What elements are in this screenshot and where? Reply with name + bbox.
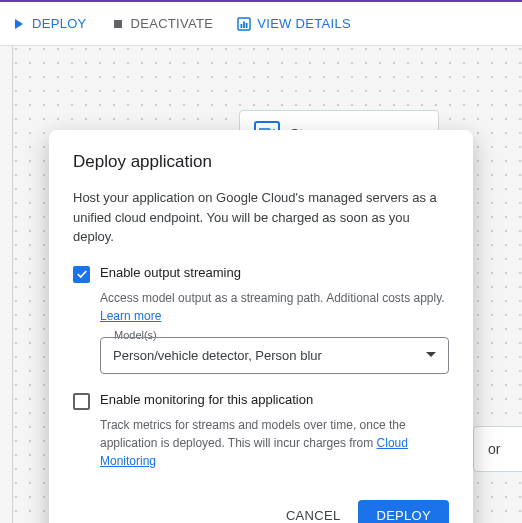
output-streaming-label: Enable output streaming — [100, 265, 241, 280]
models-field: Model(s) Person/vehicle detector, Person… — [100, 337, 449, 374]
modal-backdrop: Deploy application Host your application… — [0, 0, 522, 523]
monitoring-subtext: Track metrics for streams and models ove… — [100, 416, 449, 470]
models-select[interactable]: Person/vehicle detector, Person blur — [100, 337, 449, 374]
output-streaming-checkbox[interactable] — [73, 266, 90, 283]
output-streaming-option: Enable output streaming — [73, 265, 449, 283]
dialog-actions: CANCEL DEPLOY — [73, 500, 449, 524]
monitoring-sub-a: Track metrics for streams and models ove… — [100, 418, 406, 450]
learn-more-link[interactable]: Learn more — [100, 309, 161, 323]
output-streaming-sub-a: Access model output as a streaming path.… — [100, 291, 445, 305]
cancel-button[interactable]: CANCEL — [286, 508, 341, 523]
output-streaming-subtext: Access model output as a streaming path.… — [100, 289, 449, 325]
chevron-down-icon — [426, 352, 436, 357]
dialog-description: Host your application on Google Cloud's … — [73, 188, 449, 247]
monitoring-checkbox[interactable] — [73, 393, 90, 410]
monitoring-option: Enable monitoring for this application — [73, 392, 449, 410]
models-value: Person/vehicle detector, Person blur — [113, 348, 322, 363]
monitoring-label: Enable monitoring for this application — [100, 392, 313, 407]
dialog-title: Deploy application — [73, 152, 449, 172]
deploy-dialog: Deploy application Host your application… — [49, 130, 473, 523]
deploy-confirm-button[interactable]: DEPLOY — [358, 500, 449, 524]
